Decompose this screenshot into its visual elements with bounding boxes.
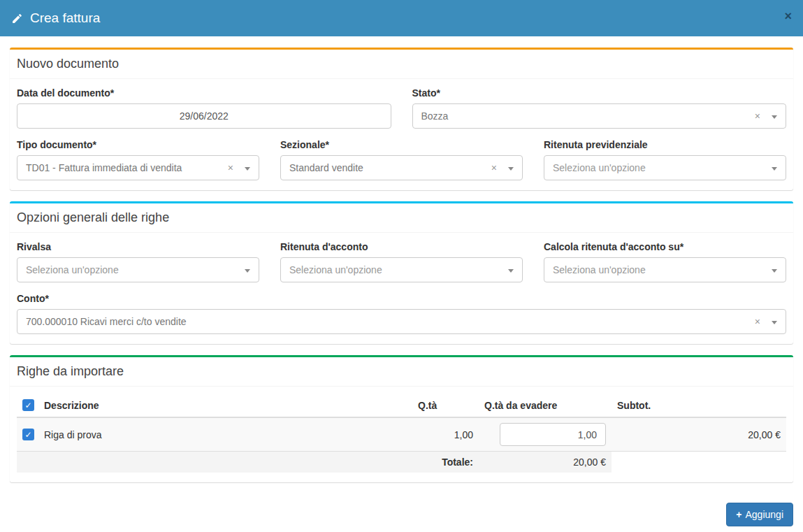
data-documento-input[interactable] — [17, 103, 391, 129]
caret-down-icon — [508, 167, 514, 171]
select-placeholder: Seleziona un'opzione — [553, 264, 772, 275]
stato-select[interactable]: Bozza × — [412, 103, 787, 129]
modal-title: Crea fattura — [30, 10, 100, 26]
caret-down-icon — [772, 321, 777, 324]
modal-header: Crea fattura × — [0, 0, 803, 36]
select-value: Bozza — [421, 110, 749, 122]
section-body: Rivalsa Seleziona un'opzione Ritenuta d'… — [10, 233, 793, 344]
caret-down-icon — [245, 269, 250, 273]
field-data-documento: Data del documento* — [17, 86, 391, 129]
conto-select[interactable]: 700.000010 Ricavi merci c/to vendite × — [17, 309, 786, 334]
modal-title-wrap: Crea fattura — [11, 10, 100, 26]
field-label: Ritenuta d'acconto — [280, 241, 523, 252]
field-label: Conto* — [17, 293, 786, 304]
righe-table: ✓ Descrizione Q.tà Q.tà da evadere Subto… — [17, 394, 786, 473]
aggiungi-button[interactable]: +Aggiungi — [726, 503, 793, 526]
row-checkbox[interactable]: ✓ — [22, 429, 34, 440]
caret-down-icon — [245, 167, 250, 171]
table-row: ✓ Riga di prova 1,00 20,00 € — [17, 417, 786, 452]
check-icon: ✓ — [24, 431, 31, 439]
row-subtot: 20,00 € — [612, 417, 786, 452]
plus-icon: + — [736, 509, 741, 520]
field-ritenuta-previdenziale: Ritenuta previdenziale Seleziona un'opzi… — [544, 138, 786, 180]
col-header-qta: Q.tà — [412, 394, 479, 417]
field-stato: Stato* Bozza × — [412, 86, 787, 129]
modal-body: Nuovo documento Data del documento* Stat… — [0, 36, 803, 532]
clear-icon[interactable]: × — [755, 111, 760, 121]
col-header-subtot: Subtot. — [612, 394, 786, 417]
pencil-icon — [11, 13, 23, 24]
select-placeholder: Seleziona un'opzione — [553, 162, 772, 173]
table-footer-row: Totale: 20,00 € — [17, 452, 786, 473]
section-header: Nuovo documento — [10, 50, 793, 79]
clear-icon[interactable]: × — [755, 317, 760, 326]
select-value: Standard vendite — [289, 162, 486, 173]
caret-down-icon — [772, 167, 777, 171]
field-label: Stato* — [412, 87, 787, 99]
col-header-qta-da-evadere: Q.tà da evadere — [479, 394, 612, 417]
select-all-checkbox[interactable]: ✓ — [22, 399, 34, 411]
section-opzioni-generali: Opzioni generali delle righe Rivalsa Sel… — [10, 201, 793, 344]
calcola-ritenuta-select[interactable]: Seleziona un'opzione — [544, 257, 786, 282]
field-sezionale: Sezionale* Standard vendite × — [280, 138, 523, 180]
close-button[interactable]: × — [784, 10, 792, 22]
select-placeholder: Seleziona un'opzione — [289, 264, 508, 275]
select-value: 700.000010 Ricavi merci c/to vendite — [26, 316, 749, 327]
totale-value: 20,00 € — [479, 452, 612, 473]
section-header: Opzioni generali delle righe — [10, 203, 793, 233]
field-label: Calcola ritenuta d'acconto su* — [544, 241, 786, 252]
col-header-descrizione: Descrizione — [44, 400, 99, 411]
totale-label: Totale: — [17, 452, 479, 473]
field-label: Rivalsa — [17, 241, 259, 252]
clear-icon[interactable]: × — [228, 163, 233, 173]
caret-down-icon — [508, 269, 514, 273]
section-title: Nuovo documento — [17, 57, 786, 71]
tipo-documento-select[interactable]: TD01 - Fattura immediata di vendita × — [17, 155, 259, 180]
field-conto: Conto* 700.000010 Ricavi merci c/to vend… — [17, 292, 786, 334]
crea-fattura-modal: Crea fattura × Nuovo documento Data del … — [0, 0, 803, 532]
qta-da-evadere-input[interactable] — [500, 423, 606, 446]
field-tipo-documento: Tipo documento* TD01 - Fattura immediata… — [17, 138, 259, 180]
row-descrizione: Riga di prova — [44, 429, 102, 440]
section-righe-da-importare: Righe da importare ✓ Descrizione — [10, 355, 793, 482]
select-placeholder: Seleziona un'opzione — [26, 264, 245, 275]
field-ritenuta-acconto: Ritenuta d'acconto Seleziona un'opzione — [280, 240, 523, 282]
field-label: Data del documento* — [17, 87, 391, 99]
section-title: Opzioni generali delle righe — [17, 210, 786, 225]
check-icon: ✓ — [24, 401, 31, 410]
ritenuta-acconto-select[interactable]: Seleziona un'opzione — [280, 257, 523, 282]
aggiungi-label: Aggiungi — [746, 509, 784, 520]
section-header: Righe da importare — [10, 357, 793, 387]
section-nuovo-documento: Nuovo documento Data del documento* Stat… — [10, 48, 793, 190]
section-body: ✓ Descrizione Q.tà Q.tà da evadere Subto… — [10, 387, 793, 482]
section-body: Data del documento* Stato* Bozza × — [10, 79, 793, 190]
rivalsa-select[interactable]: Seleziona un'opzione — [17, 257, 259, 282]
sezionale-select[interactable]: Standard vendite × — [280, 155, 523, 180]
field-label: Tipo documento* — [17, 139, 259, 150]
field-rivalsa: Rivalsa Seleziona un'opzione — [17, 240, 259, 282]
field-label: Ritenuta previdenziale — [544, 139, 786, 150]
modal-actions: +Aggiungi — [10, 494, 793, 532]
clear-icon[interactable]: × — [491, 163, 497, 173]
caret-down-icon — [772, 269, 777, 273]
row-qta: 1,00 — [412, 417, 479, 452]
field-label: Sezionale* — [280, 139, 523, 150]
ritenuta-previdenziale-select[interactable]: Seleziona un'opzione — [544, 155, 786, 180]
select-value: TD01 - Fattura immediata di vendita — [26, 162, 222, 173]
table-header-row: ✓ Descrizione Q.tà Q.tà da evadere Subto… — [17, 394, 786, 417]
footer-blank-cell — [612, 452, 786, 473]
caret-down-icon — [772, 115, 777, 119]
field-calcola-ritenuta: Calcola ritenuta d'acconto su* Seleziona… — [544, 240, 786, 282]
section-title: Righe da importare — [17, 364, 786, 379]
